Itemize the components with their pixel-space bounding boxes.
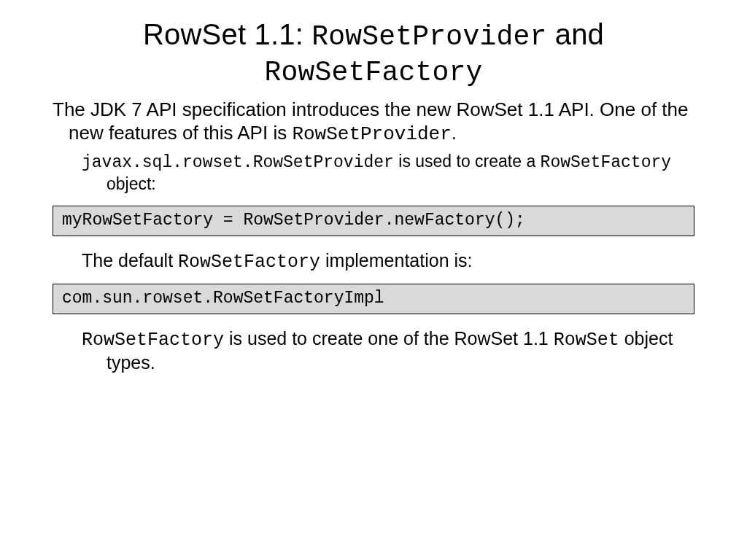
slide-title: RowSet 1.1: RowSetProvider and RowSetFac… — [53, 18, 694, 88]
default-text-2: implementation is: — [320, 250, 472, 271]
usage-code-2: RowSetFactory — [541, 153, 671, 172]
intro-code-1: RowSetProvider — [292, 123, 451, 145]
final-code-2: RowSet — [554, 330, 619, 351]
default-text-1: The default — [82, 250, 178, 271]
usage-text-1: is used to create a — [394, 152, 541, 171]
intro-paragraph: The JDK 7 API specification introduces t… — [53, 98, 694, 146]
title-code-1: RowSetProvider — [311, 21, 546, 52]
code-example-1: myRowSetFactory = RowSetProvider.newFact… — [53, 206, 694, 236]
final-text-1: is used to create one of the RowSet 1.1 — [224, 328, 554, 349]
intro-text-2: . — [452, 122, 457, 144]
final-paragraph: RowSetFactory is used to create one of t… — [53, 327, 694, 375]
default-code-1: RowSetFactory — [178, 252, 320, 273]
default-impl-paragraph: The default RowSetFactory implementation… — [53, 249, 694, 273]
title-text-1: RowSet 1.1: — [143, 18, 311, 50]
usage-paragraph: javax.sql.rowset.RowSetProvider is used … — [53, 151, 694, 195]
code-example-2: com.sun.rowset.RowSetFactoryImpl — [53, 284, 694, 314]
usage-code-1: javax.sql.rowset.RowSetProvider — [82, 153, 394, 172]
usage-text-2: object: — [107, 174, 156, 193]
title-text-2: and — [546, 18, 604, 50]
title-code-2: RowSetFactory — [264, 57, 482, 88]
final-code-1: RowSetFactory — [82, 330, 224, 351]
slide: RowSet 1.1: RowSetProvider and RowSetFac… — [0, 0, 747, 392]
